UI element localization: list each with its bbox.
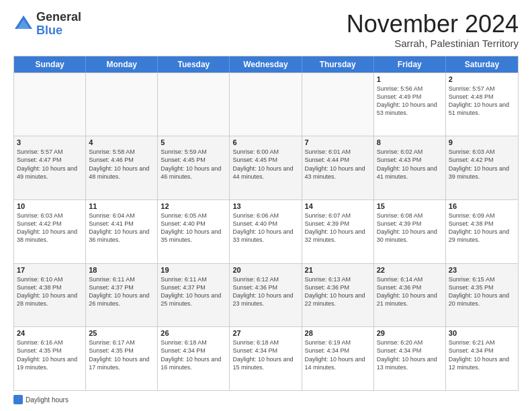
day-number: 27 [232, 329, 298, 337]
cal-cell-day: 4Sunrise: 5:58 AM Sunset: 4:46 PM Daylig… [86, 136, 158, 199]
header: General Blue November 2024 Sarrah, Pales… [13, 11, 519, 49]
day-number: 1 [377, 75, 443, 83]
day-number: 29 [377, 329, 443, 337]
cell-info: Sunrise: 5:57 AM Sunset: 4:47 PM Dayligh… [17, 148, 83, 181]
calendar-body: 1Sunrise: 5:56 AM Sunset: 4:49 PM Daylig… [14, 73, 518, 390]
day-number: 20 [232, 266, 298, 274]
cell-info: Sunrise: 6:14 AM Sunset: 4:36 PM Dayligh… [377, 275, 443, 308]
cell-info: Sunrise: 6:18 AM Sunset: 4:34 PM Dayligh… [161, 338, 226, 371]
day-number: 23 [449, 266, 515, 274]
calendar-row: 3Sunrise: 5:57 AM Sunset: 4:47 PM Daylig… [14, 136, 518, 199]
cal-cell-day: 17Sunrise: 6:10 AM Sunset: 4:38 PM Dayli… [14, 264, 86, 327]
cell-info: Sunrise: 6:06 AM Sunset: 4:40 PM Dayligh… [232, 212, 298, 244]
cal-cell-day: 6Sunrise: 6:00 AM Sunset: 4:45 PM Daylig… [230, 136, 302, 199]
day-number: 7 [305, 138, 371, 146]
day-number: 12 [161, 202, 226, 210]
cell-info: Sunrise: 5:56 AM Sunset: 4:49 PM Dayligh… [377, 85, 443, 118]
day-number: 13 [232, 202, 298, 210]
legend-box: Daylight hours [13, 395, 69, 404]
day-number: 11 [89, 202, 154, 210]
cal-cell-day: 1Sunrise: 5:56 AM Sunset: 4:49 PM Daylig… [374, 73, 446, 136]
cell-info: Sunrise: 6:17 AM Sunset: 4:35 PM Dayligh… [89, 338, 154, 371]
cal-cell-day: 13Sunrise: 6:06 AM Sunset: 4:40 PM Dayli… [230, 200, 302, 263]
day-number: 3 [17, 138, 83, 146]
cal-cell-day: 23Sunrise: 6:15 AM Sunset: 4:35 PM Dayli… [446, 264, 518, 327]
cal-header-cell: Sunday [14, 56, 86, 73]
day-number: 6 [232, 138, 298, 146]
cal-cell-day: 12Sunrise: 6:05 AM Sunset: 4:40 PM Dayli… [158, 200, 230, 263]
cell-info: Sunrise: 6:11 AM Sunset: 4:37 PM Dayligh… [161, 275, 226, 308]
cal-cell-day: 24Sunrise: 6:16 AM Sunset: 4:35 PM Dayli… [14, 327, 86, 390]
cell-info: Sunrise: 6:13 AM Sunset: 4:36 PM Dayligh… [305, 275, 371, 308]
day-number: 30 [449, 329, 515, 337]
cal-cell-day: 20Sunrise: 6:12 AM Sunset: 4:36 PM Dayli… [230, 264, 302, 327]
cal-cell-day: 14Sunrise: 6:07 AM Sunset: 4:39 PM Dayli… [302, 200, 374, 263]
cell-info: Sunrise: 5:59 AM Sunset: 4:45 PM Dayligh… [161, 148, 226, 181]
title-block: November 2024 Sarrah, Palestinian Territ… [347, 11, 519, 49]
logo-icon [13, 14, 34, 34]
day-number: 22 [377, 266, 443, 274]
day-number: 9 [449, 138, 515, 146]
cell-info: Sunrise: 6:09 AM Sunset: 4:38 PM Dayligh… [449, 212, 515, 244]
cal-cell-day: 15Sunrise: 6:08 AM Sunset: 4:39 PM Dayli… [374, 200, 446, 263]
cal-cell-day: 10Sunrise: 6:03 AM Sunset: 4:42 PM Dayli… [14, 200, 86, 263]
cal-cell-day: 19Sunrise: 6:11 AM Sunset: 4:37 PM Dayli… [158, 264, 230, 327]
location-subtitle: Sarrah, Palestinian Territory [347, 38, 519, 49]
cal-cell-day: 9Sunrise: 6:03 AM Sunset: 4:42 PM Daylig… [446, 136, 518, 199]
calendar-row: 10Sunrise: 6:03 AM Sunset: 4:42 PM Dayli… [14, 199, 518, 263]
day-number: 21 [305, 266, 371, 274]
cal-cell-day: 7Sunrise: 6:01 AM Sunset: 4:44 PM Daylig… [302, 136, 374, 199]
cell-info: Sunrise: 6:19 AM Sunset: 4:34 PM Dayligh… [305, 338, 371, 371]
cal-cell-day: 29Sunrise: 6:20 AM Sunset: 4:34 PM Dayli… [374, 327, 446, 390]
cal-cell-day: 8Sunrise: 6:02 AM Sunset: 4:43 PM Daylig… [374, 136, 446, 199]
cal-header-cell: Monday [86, 56, 158, 73]
calendar: SundayMondayTuesdayWednesdayThursdayFrid… [13, 56, 519, 391]
cell-info: Sunrise: 6:03 AM Sunset: 4:42 PM Dayligh… [449, 148, 515, 181]
cal-cell-day: 16Sunrise: 6:09 AM Sunset: 4:38 PM Dayli… [446, 200, 518, 263]
calendar-row: 1Sunrise: 5:56 AM Sunset: 4:49 PM Daylig… [14, 73, 518, 136]
day-number: 16 [449, 202, 515, 210]
cal-cell-day: 11Sunrise: 6:04 AM Sunset: 4:41 PM Dayli… [86, 200, 158, 263]
cal-cell-day: 22Sunrise: 6:14 AM Sunset: 4:36 PM Dayli… [374, 264, 446, 327]
day-number: 19 [161, 266, 226, 274]
cal-cell-empty [302, 73, 374, 136]
legend-label: Daylight hours [26, 396, 69, 404]
day-number: 5 [161, 138, 226, 146]
cell-info: Sunrise: 6:11 AM Sunset: 4:37 PM Dayligh… [89, 275, 154, 308]
cell-info: Sunrise: 5:58 AM Sunset: 4:46 PM Dayligh… [89, 148, 154, 181]
day-number: 8 [377, 138, 443, 146]
cal-header-cell: Saturday [446, 56, 518, 73]
cell-info: Sunrise: 6:05 AM Sunset: 4:40 PM Dayligh… [161, 212, 226, 244]
footer: Daylight hours [13, 391, 519, 404]
cal-cell-day: 21Sunrise: 6:13 AM Sunset: 4:36 PM Dayli… [302, 264, 374, 327]
cell-info: Sunrise: 6:16 AM Sunset: 4:35 PM Dayligh… [17, 338, 83, 371]
cell-info: Sunrise: 6:00 AM Sunset: 4:45 PM Dayligh… [232, 148, 298, 181]
cal-cell-day: 27Sunrise: 6:18 AM Sunset: 4:34 PM Dayli… [230, 327, 302, 390]
cal-header-cell: Tuesday [158, 56, 230, 73]
day-number: 10 [17, 202, 83, 210]
cell-info: Sunrise: 6:21 AM Sunset: 4:34 PM Dayligh… [449, 338, 515, 371]
legend-color-box [13, 395, 23, 404]
cal-cell-day: 18Sunrise: 6:11 AM Sunset: 4:37 PM Dayli… [86, 264, 158, 327]
cal-cell-day: 2Sunrise: 5:57 AM Sunset: 4:48 PM Daylig… [446, 73, 518, 136]
cell-info: Sunrise: 6:04 AM Sunset: 4:41 PM Dayligh… [89, 212, 154, 244]
cal-cell-day: 26Sunrise: 6:18 AM Sunset: 4:34 PM Dayli… [158, 327, 230, 390]
day-number: 15 [377, 202, 443, 210]
day-number: 28 [305, 329, 371, 337]
day-number: 17 [17, 266, 83, 274]
cell-info: Sunrise: 6:20 AM Sunset: 4:34 PM Dayligh… [377, 338, 443, 371]
page: General Blue November 2024 Sarrah, Pales… [0, 0, 532, 411]
cell-info: Sunrise: 6:07 AM Sunset: 4:39 PM Dayligh… [305, 212, 371, 244]
month-title: November 2024 [347, 11, 519, 38]
cal-header-cell: Wednesday [230, 56, 302, 73]
logo: General Blue [13, 11, 81, 38]
cell-info: Sunrise: 6:12 AM Sunset: 4:36 PM Dayligh… [232, 275, 298, 308]
day-number: 26 [161, 329, 226, 337]
day-number: 14 [305, 202, 371, 210]
cal-header-cell: Friday [374, 56, 446, 73]
calendar-row: 17Sunrise: 6:10 AM Sunset: 4:38 PM Dayli… [14, 263, 518, 327]
cal-cell-day: 25Sunrise: 6:17 AM Sunset: 4:35 PM Dayli… [86, 327, 158, 390]
cell-info: Sunrise: 6:15 AM Sunset: 4:35 PM Dayligh… [449, 275, 515, 308]
cell-info: Sunrise: 6:18 AM Sunset: 4:34 PM Dayligh… [232, 338, 298, 371]
cal-cell-empty [86, 73, 158, 136]
